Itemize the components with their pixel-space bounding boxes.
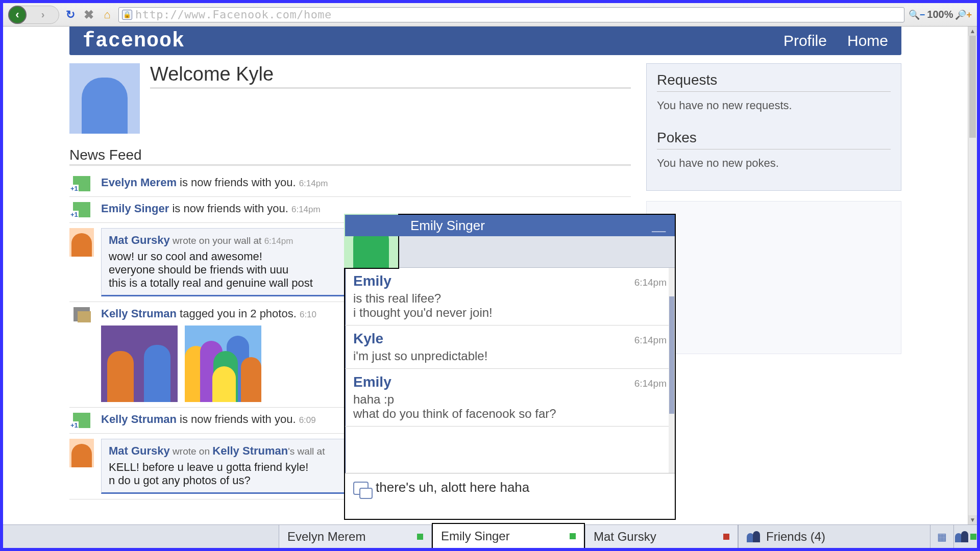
- chat-tab-label: Evelyn Merem: [287, 530, 365, 544]
- chat-settings-button[interactable]: ▦: [930, 525, 953, 548]
- friend-add-icon: [73, 413, 90, 428]
- back-button[interactable]: ‹: [8, 6, 27, 24]
- wall-meta-text: wrote on your wall at: [173, 235, 261, 246]
- feed-actor-link[interactable]: Mat Gursky: [109, 444, 170, 457]
- chat-scrollbar[interactable]: [669, 268, 675, 473]
- chat-text: is this real lifee? i thought you'd neve…: [353, 291, 667, 320]
- chat-time: 6:14pm: [634, 277, 667, 288]
- tagged-photo[interactable]: [185, 325, 261, 402]
- reload-button[interactable]: ↻: [63, 8, 78, 22]
- site-identity-icon[interactable]: 🔒: [122, 10, 132, 20]
- sidebar: Requests You have no new requests. Pokes…: [646, 63, 901, 499]
- status-dot-icon: [570, 533, 576, 539]
- friends-label: Friends (4): [766, 530, 825, 544]
- nav-link-profile[interactable]: Profile: [783, 32, 827, 49]
- page-scrollbar[interactable]: ▲ ▼: [968, 27, 977, 524]
- chat-bubble-icon: [353, 482, 369, 495]
- sidebar-ad-slot: [646, 201, 901, 354]
- feed-time: 6:10: [300, 310, 316, 319]
- chat-text: i'm just so unpredictable!: [353, 349, 667, 363]
- person-icon: [955, 531, 968, 542]
- feed-time: 6:14pm: [264, 236, 293, 246]
- feed-item: Evelyn Merem is now friends with you. 6:…: [69, 171, 631, 197]
- chat-tab-label: Emily Singer: [441, 529, 510, 543]
- friend-add-icon: [73, 176, 90, 191]
- chat-bar: Evelyn Merem Emily Singer Mat Gursky Fri…: [3, 524, 977, 548]
- requests-text: You have no new requests.: [657, 99, 891, 112]
- scroll-up-button[interactable]: ▲: [968, 27, 977, 36]
- chat-tab[interactable]: Evelyn Merem: [279, 525, 432, 548]
- nav-link-home[interactable]: Home: [847, 32, 888, 49]
- user-avatar-icon[interactable]: [69, 439, 94, 467]
- chat-from: Emily: [353, 374, 391, 390]
- feed-verb: tagged you in 2 photos.: [180, 307, 297, 320]
- status-dot-icon: [417, 534, 423, 540]
- feed-actor-link[interactable]: Evelyn Merem: [101, 176, 177, 189]
- chat-tab[interactable]: Mat Gursky: [585, 525, 738, 548]
- status-dot-icon: [970, 534, 976, 540]
- chat-input[interactable]: there's uh, alott here haha: [345, 473, 675, 519]
- requests-box: Requests You have no new requests. Pokes…: [646, 63, 901, 191]
- chat-tab[interactable]: Emily Singer: [432, 523, 585, 548]
- site-header: facenook Profile Home: [69, 27, 901, 55]
- chat-input-text[interactable]: there's uh, alott here haha: [376, 480, 529, 495]
- requests-title: Requests: [657, 72, 891, 92]
- pokes-text: You have no new pokes.: [657, 157, 891, 170]
- feed-actor-link[interactable]: Kelly Struman: [101, 413, 177, 425]
- feed-time: 6:14pm: [291, 205, 321, 214]
- zoom-level: 100%: [927, 9, 953, 20]
- feed-actor-link[interactable]: Mat Gursky: [109, 234, 170, 246]
- user-avatar-icon[interactable]: [69, 228, 94, 257]
- photo-tag-icon: [74, 307, 90, 321]
- profile-avatar[interactable]: [69, 63, 140, 134]
- wall-meta-text: wrote on: [173, 446, 210, 457]
- feed-verb: is now friends with you.: [172, 202, 288, 215]
- chat-time: 6:14pm: [634, 335, 667, 346]
- zoom-controls: 🔍− 100% 🔎+: [909, 9, 972, 20]
- chat-minimize-button[interactable]: __: [652, 218, 666, 233]
- chat-scroll-thumb[interactable]: [669, 296, 674, 414]
- zoom-out-button[interactable]: 🔍−: [909, 9, 925, 20]
- feed-time: 6:14pm: [299, 179, 328, 188]
- nav-capsule: ‹ ›: [8, 6, 59, 24]
- browser-toolbar: ‹ › ↻ ✖ ⌂ 🔒 http://www.Facenook.com/home…: [3, 3, 977, 27]
- welcome-title: Welcome Kyle: [150, 63, 631, 89]
- chat-messages: Emily6:14pm is this real lifee? i though…: [345, 268, 675, 473]
- friends-list-button[interactable]: Friends (4): [738, 525, 891, 548]
- scroll-down-button[interactable]: ▼: [968, 515, 977, 524]
- feed-verb: is now friends with you.: [180, 413, 296, 425]
- zoom-in-button[interactable]: 🔎+: [955, 9, 972, 20]
- feed-actor-link[interactable]: Emily Singer: [101, 202, 169, 215]
- tagged-photo[interactable]: [101, 325, 178, 402]
- chat-text: haha :p what do you think of facenook so…: [353, 392, 667, 421]
- chat-from: Emily: [353, 273, 391, 289]
- site-logo[interactable]: facenook: [83, 30, 185, 53]
- friend-add-icon: [73, 202, 90, 217]
- status-dot-icon: [723, 534, 729, 540]
- people-icon: [747, 531, 760, 542]
- feed-verb: is now friends with you.: [180, 176, 296, 189]
- chat-status-button[interactable]: [953, 525, 977, 548]
- chat-titlebar[interactable]: Emily Singer __: [345, 215, 675, 236]
- header-nav: Profile Home: [783, 32, 888, 49]
- scroll-thumb[interactable]: [969, 36, 976, 138]
- forward-button[interactable]: ›: [36, 8, 50, 22]
- feed-actor-link[interactable]: Kelly Struman: [101, 307, 177, 320]
- chat-tab-label: Mat Gursky: [594, 530, 656, 544]
- url-text[interactable]: http://www.Facenook.com/home: [135, 8, 332, 21]
- wall-meta-suffix: 's wall at: [288, 446, 325, 457]
- news-feed-title: News Feed: [69, 147, 631, 166]
- chat-from: Kyle: [353, 331, 383, 347]
- chat-message: Emily6:14pm is this real lifee? i though…: [345, 268, 675, 325]
- chat-message: Kyle6:14pm i'm just so unpredictable!: [345, 325, 675, 369]
- stop-button[interactable]: ✖: [82, 8, 96, 22]
- chat-message: Emily6:14pm haha :p what do you think of…: [345, 369, 675, 427]
- feed-time: 6:09: [299, 415, 316, 425]
- chat-window: Emily Singer __ Emily6:14pm is this real…: [344, 214, 676, 520]
- pokes-title: Pokes: [657, 130, 891, 149]
- chat-time: 6:14pm: [634, 378, 667, 389]
- wall-target-link[interactable]: Kelly Struman: [212, 444, 288, 457]
- address-bar[interactable]: 🔒 http://www.Facenook.com/home: [118, 7, 904, 22]
- chat-title: Emily Singer: [410, 218, 485, 234]
- home-button[interactable]: ⌂: [100, 8, 114, 22]
